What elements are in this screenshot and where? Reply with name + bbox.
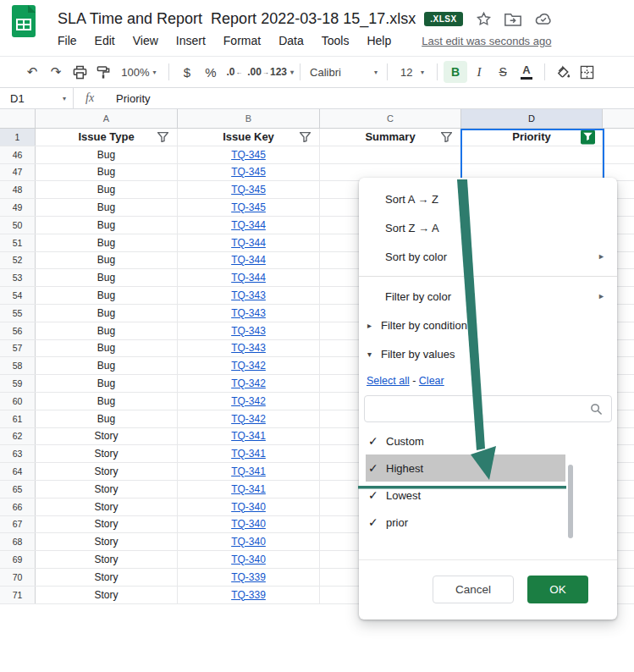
filter-by-color-item[interactable]: Filter by color► (359, 282, 617, 311)
issue-type-cell[interactable]: Bug (36, 181, 178, 198)
increase-decimal-button[interactable]: .00→ (246, 61, 270, 83)
issue-type-cell[interactable]: Bug (36, 269, 178, 286)
issue-key-cell[interactable]: TQ-341 (178, 428, 320, 445)
row-number[interactable]: 63 (0, 445, 36, 462)
decrease-decimal-button[interactable]: .0← (223, 61, 246, 83)
row-number[interactable]: 70 (0, 569, 36, 586)
column-header-a[interactable]: A (36, 109, 178, 128)
filter-value-item[interactable]: ✓ Custom (366, 427, 565, 454)
filter-search-input[interactable] (365, 403, 611, 416)
italic-button[interactable]: I (467, 61, 491, 83)
issue-key-cell[interactable]: TQ-341 (178, 463, 320, 480)
row-number[interactable]: 59 (0, 375, 36, 392)
row-number[interactable]: 53 (0, 269, 36, 286)
issue-key-link[interactable]: TQ-341 (231, 465, 266, 477)
undo-button[interactable]: ↶ (20, 61, 44, 83)
issue-type-cell[interactable]: Story (36, 463, 178, 480)
filter-funnel-icon[interactable] (157, 132, 168, 142)
bold-button[interactable]: B (444, 61, 467, 83)
summary-cell[interactable] (320, 146, 461, 163)
redo-button[interactable]: ↷ (44, 61, 68, 83)
issue-key-cell[interactable]: TQ-343 (178, 340, 320, 357)
issue-key-cell[interactable]: TQ-343 (178, 287, 320, 304)
issue-key-cell[interactable]: TQ-345 (178, 146, 320, 163)
issue-key-link[interactable]: TQ-344 (231, 237, 266, 249)
row-number[interactable]: 52 (0, 252, 36, 269)
issue-key-cell[interactable]: TQ-340 (178, 533, 320, 550)
issue-type-cell[interactable]: Story (36, 587, 178, 603)
print-button[interactable] (68, 61, 91, 83)
issue-key-cell[interactable]: TQ-341 (178, 445, 320, 462)
issue-type-cell[interactable]: Bug (36, 217, 178, 234)
header-cell-priority[interactable]: Priority (461, 129, 603, 146)
issue-type-cell[interactable]: Bug (36, 357, 178, 374)
issue-key-link[interactable]: TQ-344 (231, 219, 266, 231)
issue-type-cell[interactable]: Story (36, 481, 178, 498)
issue-type-cell[interactable]: Bug (36, 199, 178, 216)
filter-value-item[interactable]: ✓ Lowest (366, 482, 565, 509)
column-header-d[interactable]: D (461, 109, 603, 128)
row-number[interactable]: 50 (0, 217, 36, 234)
priority-cell[interactable] (461, 146, 603, 163)
issue-type-cell[interactable]: Story (36, 569, 178, 586)
issue-key-link[interactable]: TQ-342 (231, 377, 266, 389)
row-number[interactable]: 1 (0, 129, 36, 146)
issue-key-cell[interactable]: TQ-342 (178, 357, 320, 374)
menu-help[interactable]: Help (367, 34, 391, 47)
formula-input[interactable]: Priority (116, 92, 150, 105)
issue-key-cell[interactable]: TQ-345 (178, 164, 320, 181)
borders-button[interactable] (575, 61, 598, 83)
issue-key-cell[interactable]: TQ-345 (178, 181, 320, 198)
row-number[interactable]: 67 (0, 516, 36, 533)
empty-cell[interactable] (603, 146, 634, 163)
cancel-button[interactable]: Cancel (433, 576, 514, 603)
row-number[interactable]: 65 (0, 481, 36, 498)
issue-type-cell[interactable]: Story (36, 533, 178, 550)
select-all-corner[interactable] (0, 109, 36, 128)
row-number[interactable]: 71 (0, 587, 36, 603)
issue-type-cell[interactable]: Bug (36, 340, 178, 357)
filter-value-item[interactable]: ✓ Highest (366, 454, 565, 482)
row-number[interactable]: 58 (0, 357, 36, 374)
row-number[interactable]: 48 (0, 181, 36, 198)
row-number[interactable]: 62 (0, 428, 36, 445)
issue-key-cell[interactable]: TQ-343 (178, 305, 320, 322)
column-header-e[interactable] (603, 109, 634, 128)
menu-format[interactable]: Format (223, 34, 261, 47)
sort-by-color-item[interactable]: Sort by color► (359, 242, 617, 271)
issue-key-link[interactable]: TQ-341 (231, 430, 266, 442)
issue-key-cell[interactable]: TQ-342 (178, 375, 320, 392)
issue-key-cell[interactable]: TQ-340 (178, 516, 320, 533)
row-number[interactable]: 55 (0, 305, 36, 322)
menu-edit[interactable]: Edit (95, 34, 115, 47)
issue-key-link[interactable]: TQ-343 (231, 307, 266, 319)
issue-key-cell[interactable]: TQ-341 (178, 481, 320, 498)
issue-key-cell[interactable]: TQ-345 (178, 199, 320, 216)
header-cell-summary[interactable]: Summary (320, 129, 461, 146)
issue-key-cell[interactable]: TQ-344 (178, 234, 320, 251)
issue-key-link[interactable]: TQ-341 (231, 448, 266, 460)
row-number[interactable]: 46 (0, 146, 36, 163)
menu-file[interactable]: File (58, 34, 77, 47)
menu-data[interactable]: Data (278, 34, 304, 47)
issue-type-cell[interactable]: Story (36, 445, 178, 462)
menu-view[interactable]: View (133, 34, 158, 47)
paint-format-button[interactable] (91, 61, 115, 83)
issue-key-cell[interactable]: TQ-342 (178, 410, 320, 427)
row-number[interactable]: 51 (0, 234, 36, 251)
doc-title[interactable]: SLA Time and Report Report 2022-03-18 15… (58, 10, 416, 28)
column-header-c[interactable]: C (320, 109, 461, 128)
sheets-logo-icon[interactable] (12, 5, 36, 41)
issue-key-link[interactable]: TQ-345 (231, 149, 266, 161)
issue-key-link[interactable]: TQ-343 (231, 289, 266, 301)
filter-by-condition-item[interactable]: ▸Filter by condition (359, 311, 617, 339)
clear-link[interactable]: Clear (419, 375, 444, 387)
issue-type-cell[interactable]: Bug (36, 375, 178, 392)
issue-key-link[interactable]: TQ-342 (231, 360, 266, 372)
issue-type-cell[interactable]: Bug (36, 322, 178, 339)
issue-key-cell[interactable]: TQ-339 (178, 587, 320, 603)
name-box[interactable]: D1 ▾ (0, 88, 73, 108)
issue-key-link[interactable]: TQ-340 (231, 536, 266, 548)
issue-key-cell[interactable]: TQ-344 (178, 252, 320, 269)
issue-key-link[interactable]: TQ-339 (231, 571, 266, 583)
